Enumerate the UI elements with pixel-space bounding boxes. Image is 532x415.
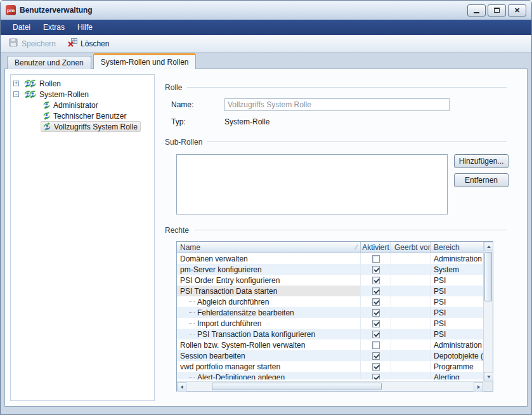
- close-button[interactable]: ✕: [508, 4, 526, 16]
- rights-row-fehlerdatens-tze-bearbeiten[interactable]: Fehlerdatensätze bearbeitenPSI: [177, 307, 483, 318]
- right-name-cell[interactable]: PSI Order Entry konfigurieren: [177, 275, 361, 286]
- rights-row-alert-definitionen-anlegen[interactable]: Alert-Definitionen anlegenAlerting: [177, 372, 483, 379]
- scroll-up-button[interactable]: [484, 242, 493, 251]
- rights-table: Name∕AktiviertGeerbt vonBereich Domänen …: [176, 241, 493, 392]
- right-activated-cell: [361, 275, 391, 286]
- tree-item-label: Technischer Benutzer: [53, 112, 126, 121]
- right-area-cell: PSI: [431, 275, 483, 286]
- right-area: PSI: [434, 276, 446, 285]
- column-header-label: Bereich: [434, 243, 460, 252]
- right-checkbox[interactable]: [372, 374, 380, 380]
- vertical-scrollbar[interactable]: [483, 242, 493, 381]
- right-area: Administration: [434, 341, 482, 350]
- rights-row-psi-order-entry-konfigurieren[interactable]: PSI Order Entry konfigurierenPSI: [177, 275, 483, 286]
- column-header-aktiviert[interactable]: Aktiviert: [361, 242, 391, 253]
- right-name-cell[interactable]: PSI Transaction Data konfigurieren: [177, 329, 361, 339]
- right-name: Abgleich durchführen: [197, 298, 269, 306]
- delete-icon: [67, 37, 77, 49]
- collapse-icon[interactable]: -: [13, 91, 19, 97]
- add-subrole-button[interactable]: Hinzufügen...: [454, 154, 509, 168]
- right-checkbox[interactable]: [372, 341, 380, 349]
- right-checkbox[interactable]: [372, 298, 380, 306]
- right-checkbox[interactable]: [372, 352, 380, 360]
- right-name-cell[interactable]: Rollen bzw. System-Rollen verwalten: [177, 339, 361, 350]
- column-header-geerbt-von[interactable]: Geerbt von: [391, 242, 431, 253]
- tree-item-vollzugriffs-system-rolle[interactable]: Vollzugriffs System Rolle: [11, 121, 154, 132]
- menu-hilfe[interactable]: Hilfe: [72, 21, 98, 34]
- rights-row-import-durchf-hren[interactable]: Import durchführenPSI: [177, 318, 483, 329]
- subroles-listbox[interactable]: [176, 154, 448, 214]
- horizontal-scroll-thumb[interactable]: [212, 383, 382, 390]
- right-area-cell: Alerting: [431, 372, 483, 379]
- minimize-button[interactable]: [467, 4, 486, 16]
- vertical-scroll-thumb[interactable]: [484, 252, 492, 301]
- column-header-label: Name: [180, 243, 200, 252]
- rights-row-abgleich-durchf-hren[interactable]: Abgleich durchführenPSI: [177, 296, 483, 307]
- column-header-bereich[interactable]: Bereich: [431, 242, 483, 253]
- rights-row-psi-transaction-data-konfigurieren[interactable]: PSI Transaction Data konfigurierenPSI: [177, 329, 483, 339]
- right-name-cell[interactable]: Alert-Definitionen anlegen: [177, 372, 361, 379]
- right-checkbox[interactable]: [372, 331, 380, 338]
- horizontal-scrollbar[interactable]: [177, 381, 483, 391]
- name-label: Name:: [171, 100, 224, 109]
- right-checkbox[interactable]: [372, 287, 380, 295]
- tab-benutzer-und-zonen[interactable]: Benutzer und Zonen: [7, 56, 91, 69]
- right-name: vwd portfolio manager starten: [180, 362, 280, 371]
- tree-item-technischer-benutzer[interactable]: Technischer Benutzer: [11, 110, 154, 121]
- rights-row-vwd-portfolio-manager-starten[interactable]: vwd portfolio manager startenProgramme: [177, 361, 483, 372]
- rights-row-dom-nen-verwalten[interactable]: Domänen verwaltenAdministration: [177, 253, 483, 264]
- delete-button-label: Löschen: [81, 39, 109, 48]
- right-name: Domänen verwalten: [180, 254, 248, 263]
- right-name-cell[interactable]: Abgleich durchführen: [177, 296, 361, 307]
- right-name-cell[interactable]: PSI Transaction Data starten: [177, 286, 361, 296]
- right-name-cell[interactable]: vwd portfolio manager starten: [177, 361, 361, 372]
- toolbar: Speichern Löschen: [1, 35, 531, 53]
- tree-item-system-rollen[interactable]: -System-Rollen: [11, 89, 154, 100]
- scroll-left-button[interactable]: [177, 382, 186, 392]
- right-checkbox[interactable]: [372, 277, 380, 284]
- window: pm Benutzerverwaltung ✕ Datei Extras Hil…: [0, 0, 532, 415]
- right-checkbox[interactable]: [372, 266, 380, 273]
- scroll-right-button[interactable]: [474, 382, 483, 392]
- right-name: pm-Server konfigurieren: [180, 265, 262, 274]
- tree-item-administrator[interactable]: Administrator: [11, 100, 154, 110]
- rights-row-session-bearbeiten[interactable]: Session bearbeitenDepotobjekte (Or: [177, 350, 483, 361]
- tab-system-rollen-und-rollen[interactable]: System-Rollen und Rollen: [93, 53, 197, 69]
- vertical-scroll-track[interactable]: [484, 251, 493, 372]
- tree-item-label: Administrator: [53, 101, 98, 110]
- rights-row-psi-transaction-data-starten[interactable]: PSI Transaction Data startenPSI: [177, 286, 483, 296]
- remove-subrole-button[interactable]: Entfernen: [454, 173, 509, 187]
- right-area: PSI: [434, 330, 446, 339]
- right-name: Import durchführen: [197, 319, 261, 328]
- role-group-header: Rolle: [165, 83, 507, 92]
- right-name-cell[interactable]: Import durchführen: [177, 318, 361, 329]
- menu-extras[interactable]: Extras: [37, 21, 70, 34]
- rights-row-rollen-bzw-system-rollen-verwalten[interactable]: Rollen bzw. System-Rollen verwaltenAdmin…: [177, 339, 483, 350]
- column-header-name[interactable]: Name∕: [177, 242, 361, 253]
- maximize-button[interactable]: [488, 4, 506, 16]
- right-name-cell[interactable]: pm-Server konfigurieren: [177, 264, 361, 275]
- detail-panel: Rolle Name: Typ: System-Rolle Sub-Rollen: [160, 74, 522, 401]
- save-button[interactable]: Speichern: [4, 36, 60, 51]
- name-input[interactable]: [224, 98, 450, 111]
- rights-row-pm-server-konfigurieren[interactable]: pm-Server konfigurierenSystem: [177, 264, 483, 275]
- right-name: PSI Order Entry konfigurieren: [180, 276, 280, 285]
- horizontal-scroll-track[interactable]: [186, 382, 474, 391]
- right-checkbox[interactable]: [372, 363, 380, 371]
- menu-datei[interactable]: Datei: [7, 21, 36, 34]
- right-name-cell[interactable]: Domänen verwalten: [177, 253, 361, 264]
- tree-item-rollen[interactable]: +Rollen: [11, 78, 154, 89]
- expand-icon[interactable]: +: [13, 81, 19, 86]
- rights-group-header: Rechte: [165, 226, 507, 235]
- delete-button[interactable]: Löschen: [63, 36, 113, 51]
- right-name-cell[interactable]: Session bearbeiten: [177, 350, 361, 361]
- right-activated-cell: [361, 264, 391, 275]
- right-area: Administration: [434, 254, 482, 263]
- right-name-cell[interactable]: Fehlerdatensätze bearbeiten: [177, 307, 361, 318]
- scroll-down-button[interactable]: [484, 372, 493, 381]
- right-inherited-cell: [391, 361, 431, 372]
- right-checkbox[interactable]: [372, 255, 380, 263]
- right-checkbox[interactable]: [372, 309, 380, 317]
- right-inherited-cell: [391, 329, 431, 339]
- right-checkbox[interactable]: [372, 320, 380, 327]
